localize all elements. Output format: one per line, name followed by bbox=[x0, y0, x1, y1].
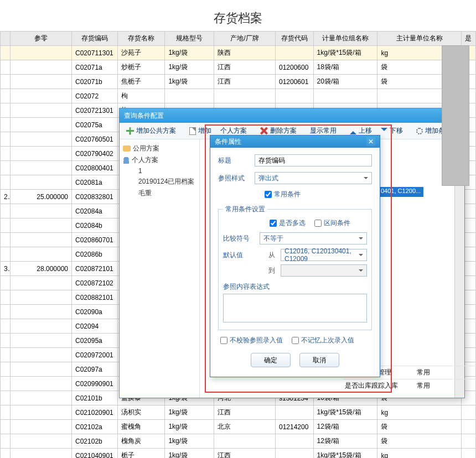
cell-code: C02071b bbox=[72, 75, 118, 89]
title-input[interactable] bbox=[255, 154, 372, 166]
default-from-select[interactable]: C12016, C120130401, C12009 bbox=[281, 249, 367, 261]
col-name[interactable]: 存货名称 bbox=[117, 32, 165, 46]
table-row[interactable]: C02102b槐角炭1kg/袋12袋/箱袋 bbox=[1, 434, 476, 449]
cell-spec: 1kg/袋 bbox=[165, 60, 214, 75]
cell-code: C02097a bbox=[72, 362, 118, 377]
col-code[interactable]: 存货编码 bbox=[72, 32, 118, 46]
col-spec[interactable]: 规格型号 bbox=[165, 32, 214, 46]
plan-tree[interactable]: 公用方案 个人方案 1 20190124已用档案 毛重 bbox=[120, 139, 200, 398]
multi-select-checkbox[interactable]: 是否多选 bbox=[270, 218, 306, 228]
value-list-scrollbar[interactable] bbox=[442, 45, 469, 186]
cell-code: C020760501 bbox=[72, 132, 118, 147]
col-unitgrp[interactable]: 计量单位组名称 bbox=[313, 32, 377, 46]
tree-item-weight[interactable]: 毛重 bbox=[123, 188, 196, 199]
cell-unit: 袋 bbox=[377, 420, 461, 434]
dialog-titlebar[interactable]: 查询条件配置 ✕ bbox=[120, 108, 464, 123]
ok-button[interactable]: 确定 bbox=[251, 353, 291, 367]
tree-item-archive[interactable]: 20190124已用档案 bbox=[123, 176, 196, 188]
cell bbox=[461, 420, 475, 434]
cell-code: C021020901 bbox=[72, 405, 118, 420]
cell-code: C02102b bbox=[72, 434, 118, 449]
cell bbox=[1, 118, 11, 132]
range-cond-checkbox[interactable]: 区间条件 bbox=[314, 218, 350, 228]
table-row[interactable]: C02072枸 bbox=[1, 89, 476, 103]
close-icon[interactable]: ✕ bbox=[366, 137, 375, 146]
cell bbox=[1, 334, 11, 348]
tree-personal-plan[interactable]: 个人方案 bbox=[123, 154, 196, 166]
cell-unitgrp bbox=[313, 89, 377, 103]
cell bbox=[1, 391, 11, 405]
col-blank bbox=[1, 32, 11, 46]
table-row[interactable]: C020711301沙苑子1kg/袋陕西1kg/袋*15袋/箱kg bbox=[1, 46, 476, 60]
cell bbox=[11, 118, 72, 132]
inner-titlebar[interactable]: 条件属性 ✕ bbox=[210, 136, 380, 148]
cell-code: C020972001 bbox=[72, 348, 118, 362]
cell-origin: 北京 bbox=[214, 420, 276, 434]
cell-origin: 江西 bbox=[214, 449, 276, 459]
cell-unit: kg bbox=[377, 449, 461, 459]
col-icode[interactable]: 存货代码 bbox=[276, 32, 314, 46]
cell-origin: 陕西 bbox=[214, 46, 276, 60]
cell-code: C02086b bbox=[72, 247, 118, 262]
no-remember-checkbox[interactable]: 不记忆上次录入值 bbox=[292, 336, 354, 345]
compare-label: 比较符号 bbox=[223, 234, 254, 243]
no-verify-checkbox[interactable]: 不校验参照录入值 bbox=[220, 336, 283, 345]
cell-icode: 01214200 bbox=[276, 420, 314, 434]
cell: 28.000000 bbox=[11, 262, 72, 276]
cell bbox=[1, 319, 11, 334]
cell-origin: 江西 bbox=[214, 75, 276, 89]
cell bbox=[11, 233, 72, 247]
inner-dialog-title: 条件属性 bbox=[215, 137, 241, 147]
table-row[interactable]: C02102a蜜槐角1kg/袋北京0121420012袋/箱袋 bbox=[1, 420, 476, 434]
tree-public-plan[interactable]: 公用方案 bbox=[123, 143, 196, 154]
cell-code: C02101b bbox=[72, 391, 118, 405]
cell: 352 bbox=[1, 262, 11, 276]
table-row[interactable]: C02071a炒栀子1kg/袋江西0120060018袋/箱袋 bbox=[1, 60, 476, 75]
arrow-up-icon bbox=[350, 128, 356, 134]
cell bbox=[1, 348, 11, 362]
table-row[interactable]: C02071b焦栀子1kg/袋江西0120060120袋/箱袋 bbox=[1, 75, 476, 89]
cell bbox=[1, 449, 11, 459]
cell-unitgrp: 12袋/箱 bbox=[313, 420, 377, 434]
cell-code: C020872101 bbox=[72, 262, 118, 276]
cell-origin bbox=[214, 89, 276, 103]
cancel-button[interactable]: 取消 bbox=[299, 353, 339, 367]
cell-code: C02102a bbox=[72, 420, 118, 434]
cell-code: C02094 bbox=[72, 319, 118, 334]
condition-properties-dialog: 条件属性 ✕ 标题 参照样式 弹出式 常用条件 常用条件设置 是否多选 区间条件… bbox=[210, 135, 380, 377]
cell-unit: 袋 bbox=[377, 434, 461, 449]
cell-icode bbox=[276, 405, 314, 420]
cell-name: 炒栀子 bbox=[117, 60, 165, 75]
move-down-button[interactable]: 下移 bbox=[377, 125, 406, 137]
cell bbox=[1, 233, 11, 247]
compare-select[interactable]: 不等于 bbox=[260, 232, 367, 244]
cell bbox=[1, 290, 11, 305]
table-row[interactable]: C021040901栀子1kg/袋江西1kg/袋*15袋/箱kg bbox=[1, 449, 476, 459]
selected-value-chip[interactable]: 0401, C1200... bbox=[379, 187, 423, 197]
cell bbox=[1, 247, 11, 262]
add-public-plan-button[interactable]: 增加公共方案 bbox=[123, 125, 179, 137]
cell bbox=[11, 391, 72, 405]
col-ref[interactable]: 参零 bbox=[11, 32, 72, 46]
cell-icode bbox=[276, 434, 314, 449]
table-row[interactable]: C021020901汤枳实1kg/袋江西1kg/袋*15袋/箱kg bbox=[1, 405, 476, 420]
col-unit[interactable]: 主计量单位名称 bbox=[377, 32, 461, 46]
ref-expr-textarea[interactable] bbox=[223, 294, 367, 322]
arrow-down-icon bbox=[381, 128, 387, 134]
col-is[interactable]: 是 bbox=[461, 32, 475, 46]
cell-code: C020990901 bbox=[72, 377, 118, 391]
cell-spec: 1kg/袋 bbox=[165, 420, 214, 434]
cell-name: 蜜槐角 bbox=[117, 420, 165, 434]
col-origin[interactable]: 产地/厂牌 bbox=[214, 32, 276, 46]
tree-item-1[interactable]: 1 bbox=[123, 166, 196, 176]
default-label: 默认值 bbox=[223, 251, 254, 260]
cell bbox=[11, 290, 72, 305]
cell-name: 汤枳实 bbox=[117, 405, 165, 420]
cell-unitgrp: 1kg/袋*15袋/箱 bbox=[313, 46, 377, 60]
cell-name: 焦栀子 bbox=[117, 75, 165, 89]
cell-spec: 1kg/袋 bbox=[165, 405, 214, 420]
ref-style-select[interactable]: 弹出式 bbox=[255, 172, 372, 184]
cell-unitgrp: 20袋/箱 bbox=[313, 75, 377, 89]
lower-cell: 常用 bbox=[417, 381, 472, 391]
common-cond-checkbox[interactable]: 常用条件 bbox=[265, 190, 301, 199]
